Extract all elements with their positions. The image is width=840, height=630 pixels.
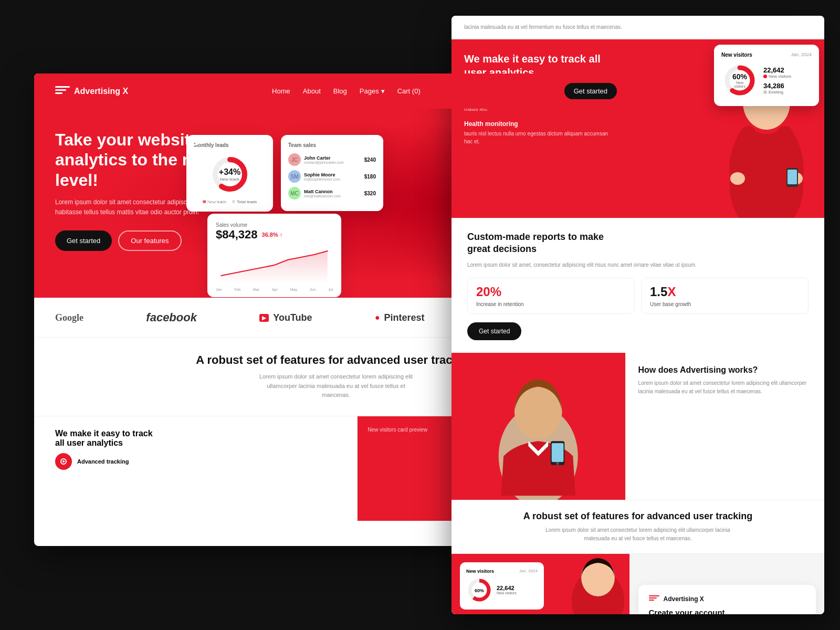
rp-how-desc: Lorem ipsum dolor sit amet consectetur l… xyxy=(638,379,812,396)
rp-visitors-card: New visitors Jan, 2024 60% New visitors xyxy=(714,45,819,106)
rp-red-card-section: New visitors Jan, 2024 60% 22,642 New vi… xyxy=(452,554,629,614)
sales-growth: 36.8% ↑ xyxy=(262,232,283,238)
chevron-down-icon: ▾ xyxy=(381,87,385,95)
hero-content: Take your website analytics to the next … xyxy=(55,130,255,251)
logo: Advertising X xyxy=(55,86,128,97)
tracking-item-1-title: Advanced tracking xyxy=(77,458,129,465)
rp-stat-label-2: User base growth xyxy=(650,301,800,307)
bottom-red-label: New visitors card preview xyxy=(368,427,628,433)
rp-stat-card-2: 1.5X User base growth xyxy=(641,278,808,314)
rp-feature-2-title: Health monitoring xyxy=(464,120,617,128)
rp-stat-pct-2: 1.5X xyxy=(650,285,800,299)
svg-rect-11 xyxy=(788,170,797,184)
rp-visitors-sub: New visitors xyxy=(731,81,749,88)
nav-pages[interactable]: Pages ▾ xyxy=(360,87,385,95)
hero-features-button[interactable]: Our features xyxy=(118,230,181,251)
chart-x-labels: JanFebMarAprMayJunJul xyxy=(216,288,333,291)
nav-cta-button[interactable]: Get started xyxy=(564,83,617,99)
hero-title: Take your website analytics to the next … xyxy=(55,130,255,190)
logo-icon xyxy=(55,86,70,97)
rp-stat-2-value: 34,286 xyxy=(763,82,791,90)
adx-logo-icon xyxy=(649,595,659,603)
rp-reports-title: Custom-made reports to make great decisi… xyxy=(467,231,625,256)
svg-point-17 xyxy=(556,462,559,465)
rp-stat-1-label: New visitors xyxy=(763,74,791,79)
logo-text: Advertising X xyxy=(74,87,128,96)
rp-adx-section: Advertising X Create your account xyxy=(629,553,825,614)
rp-stat-pct-1: 20% xyxy=(476,285,626,299)
rp-visitors-card-header: New visitors Jan, 2024 xyxy=(721,52,812,58)
rp-stat-1-value: 22,642 xyxy=(763,66,791,74)
rp-red-section: We make it easy to track all user analyt… xyxy=(452,39,824,218)
adx-brand-row: Advertising X xyxy=(649,595,806,603)
brand-facebook: facebook xyxy=(146,311,197,324)
adx-create-title: Create your account xyxy=(649,608,806,614)
rp-visitors-title: New visitors xyxy=(721,52,752,58)
rp-features-title: A robust set of features for advanced us… xyxy=(467,511,808,522)
rp-bottom-visitors-card: New visitors Jan, 2024 60% 22,642 New vi… xyxy=(460,562,544,610)
rp-visitors-date: Jan, 2024 xyxy=(791,52,812,58)
table-row: JC John Carter contact@johncarter.com $2… xyxy=(288,153,376,166)
nav-cart[interactable]: Cart (0) xyxy=(397,87,421,95)
rp-visitors-donut: 60% New visitors xyxy=(721,62,758,99)
rp-bottom-visitors-title: New visitors xyxy=(466,569,494,574)
tracking-title: We make it easy to trackall user analyti… xyxy=(55,429,336,448)
rp-stat-2-label: Existing xyxy=(763,90,791,94)
rp-get-started-button[interactable]: Get started xyxy=(467,322,521,340)
avatar: MC xyxy=(288,187,301,200)
rp-analytics-content: We make it easy to track all user analyt… xyxy=(452,39,630,218)
team-sales-card: Team sales JC John Carter contact@johnca… xyxy=(281,135,383,211)
rp-how-it-works: How does Advertising works? Lorem ipsum … xyxy=(625,353,825,500)
rp-features-section: A robust set of features for advanced us… xyxy=(452,500,824,553)
rp-visitors-pct: 60% xyxy=(731,72,749,81)
rp-features-desc: Lorem ipsum dolor sit amet consectetur l… xyxy=(543,526,732,543)
rp-how-title: How does Advertising works? xyxy=(638,365,812,375)
brand-pinterest: ●Pinterest xyxy=(375,312,425,323)
rp-stats-row: 20% Increase in retention 1.5X User base… xyxy=(467,278,808,314)
nav-home[interactable]: Home xyxy=(272,87,290,95)
brand-google: Google xyxy=(55,312,83,323)
rp-stat-2: 34,286 Existing xyxy=(763,82,791,94)
svg-text:60%: 60% xyxy=(475,588,484,593)
tracking-icon-1 xyxy=(55,453,72,470)
rp-reports-section: Custom-made reports to make great decisi… xyxy=(452,218,824,353)
avatar: SM xyxy=(288,170,301,183)
svg-point-3 xyxy=(62,460,65,463)
table-row: MC Matt Cannon info@mattcannon.com $320 xyxy=(288,187,376,200)
rp-stat-card-1: 20% Increase in retention xyxy=(467,278,635,314)
rp-stat-1: 22,642 New visitors xyxy=(763,66,791,79)
rp-reports-desc: Lorem ipsum dolor sit amet, consectetur … xyxy=(467,261,808,269)
nav-blog[interactable]: Blog xyxy=(333,87,347,95)
hero-description: Lorem ipsum dolor sit amet consectetur a… xyxy=(55,197,255,217)
rp-feature-2-desc: tauris nisl lectus nulla urno egestas di… xyxy=(464,130,617,145)
tracking-item-1: Advanced tracking xyxy=(55,453,336,470)
features-description: Lorem ipsum dolor sit amet consectetur l… xyxy=(252,372,420,400)
brand-youtube: ▶YouTube xyxy=(259,312,312,323)
rp-visitors-stats: 22,642 New visitors 34,286 Existing xyxy=(763,66,791,94)
tracking-section: We make it easy to trackall user analyti… xyxy=(34,416,357,521)
sales-chart: JanFebMarAprMayJunJul xyxy=(216,247,333,289)
rp-feature-2: Health monitoring tauris nisl lectus nul… xyxy=(464,120,617,145)
rp-bottom-row: New visitors Jan, 2024 60% 22,642 New vi… xyxy=(452,553,824,614)
navbar: Advertising X Home About Blog Pages ▾ Ca… xyxy=(34,74,638,109)
rp-account-section: New visitors Jan, 2024 60% 22,642 New vi… xyxy=(452,553,629,614)
rp-adx-card: Advertising X Create your account xyxy=(638,585,816,614)
rp-bottom-person xyxy=(566,554,629,614)
svg-point-8 xyxy=(730,172,745,185)
hero-get-started-button[interactable]: Get started xyxy=(55,230,112,251)
rp-bottom-visitors-value: 22,642 xyxy=(497,585,517,591)
nav-about[interactable]: About xyxy=(303,87,321,95)
table-row: SM Sophie Moore hr@sophiemoore.com $180 xyxy=(288,170,376,183)
arrow-up-icon: ↑ xyxy=(280,232,283,238)
rp-stat-label-1: Increase in retention xyxy=(476,301,626,307)
nav-links: Home About Blog Pages ▾ Cart (0) xyxy=(272,87,421,95)
rp-bottom-visitors-date: Jan, 2024 xyxy=(519,569,538,574)
top-text: lacinia malesuada eu at vel fermentum eu… xyxy=(464,23,812,32)
team-sales-title: Team sales xyxy=(288,142,376,148)
avatar: JC xyxy=(288,153,301,166)
hero-buttons: Get started Our features xyxy=(55,230,255,251)
top-text-section: lacinia malesuada eu at vel fermentum eu… xyxy=(452,16,824,39)
adx-brand-name: Advertising X xyxy=(664,595,704,603)
rp-visitors-content: 60% New visitors 22,642 New visitors 34,… xyxy=(721,62,812,99)
